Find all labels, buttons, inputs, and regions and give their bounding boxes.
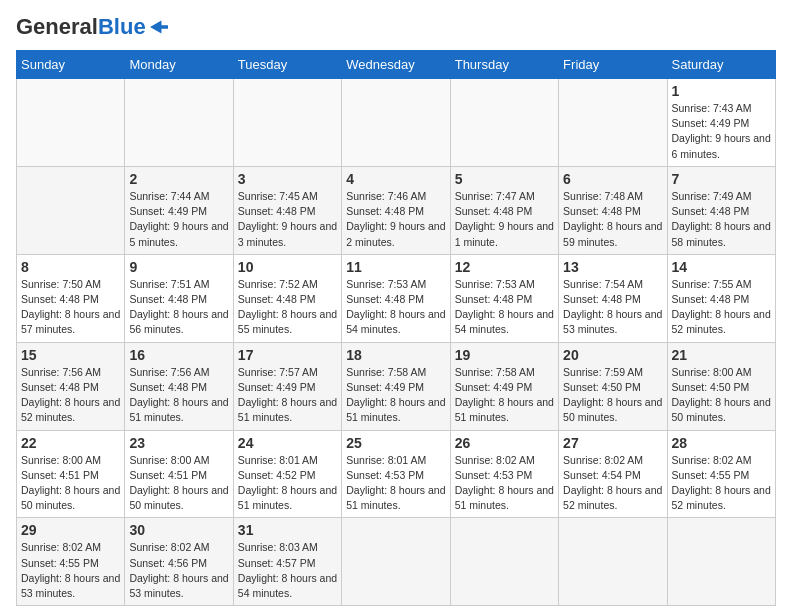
calendar-cell: [125, 79, 233, 167]
calendar-cell: [559, 518, 667, 606]
calendar-cell: [233, 79, 341, 167]
day-info: Sunrise: 7:45 AMSunset: 4:48 PMDaylight:…: [238, 189, 337, 250]
day-info: Sunrise: 8:02 AMSunset: 4:56 PMDaylight:…: [129, 540, 228, 601]
svg-marker-0: [150, 20, 168, 33]
day-info: Sunrise: 7:46 AMSunset: 4:48 PMDaylight:…: [346, 189, 445, 250]
calendar-cell: 18Sunrise: 7:58 AMSunset: 4:49 PMDayligh…: [342, 342, 450, 430]
day-info: Sunrise: 8:00 AMSunset: 4:51 PMDaylight:…: [21, 453, 120, 514]
calendar-cell: 22Sunrise: 8:00 AMSunset: 4:51 PMDayligh…: [17, 430, 125, 518]
calendar-cell: 25Sunrise: 8:01 AMSunset: 4:53 PMDayligh…: [342, 430, 450, 518]
calendar-cell: [342, 518, 450, 606]
day-number: 23: [129, 435, 228, 451]
calendar-cell: 17Sunrise: 7:57 AMSunset: 4:49 PMDayligh…: [233, 342, 341, 430]
day-info: Sunrise: 8:01 AMSunset: 4:52 PMDaylight:…: [238, 453, 337, 514]
day-info: Sunrise: 8:00 AMSunset: 4:51 PMDaylight:…: [129, 453, 228, 514]
calendar-cell: 16Sunrise: 7:56 AMSunset: 4:48 PMDayligh…: [125, 342, 233, 430]
calendar-cell: [450, 79, 558, 167]
logo-icon: [150, 20, 168, 34]
calendar-cell: 20Sunrise: 7:59 AMSunset: 4:50 PMDayligh…: [559, 342, 667, 430]
day-of-week-header: Monday: [125, 51, 233, 79]
day-number: 19: [455, 347, 554, 363]
day-number: 31: [238, 522, 337, 538]
day-info: Sunrise: 7:43 AMSunset: 4:49 PMDaylight:…: [672, 101, 771, 162]
calendar-cell: 12Sunrise: 7:53 AMSunset: 4:48 PMDayligh…: [450, 254, 558, 342]
day-number: 20: [563, 347, 662, 363]
calendar-cell: 7Sunrise: 7:49 AMSunset: 4:48 PMDaylight…: [667, 166, 775, 254]
day-of-week-header: Sunday: [17, 51, 125, 79]
day-of-week-header: Tuesday: [233, 51, 341, 79]
day-number: 7: [672, 171, 771, 187]
day-of-week-header: Thursday: [450, 51, 558, 79]
day-info: Sunrise: 7:51 AMSunset: 4:48 PMDaylight:…: [129, 277, 228, 338]
day-number: 14: [672, 259, 771, 275]
day-info: Sunrise: 7:52 AMSunset: 4:48 PMDaylight:…: [238, 277, 337, 338]
logo: GeneralBlue: [16, 16, 168, 38]
day-number: 25: [346, 435, 445, 451]
day-info: Sunrise: 7:47 AMSunset: 4:48 PMDaylight:…: [455, 189, 554, 250]
day-info: Sunrise: 8:00 AMSunset: 4:50 PMDaylight:…: [672, 365, 771, 426]
day-number: 26: [455, 435, 554, 451]
calendar-week-row: 8Sunrise: 7:50 AMSunset: 4:48 PMDaylight…: [17, 254, 776, 342]
calendar-cell: 4Sunrise: 7:46 AMSunset: 4:48 PMDaylight…: [342, 166, 450, 254]
calendar-cell: 13Sunrise: 7:54 AMSunset: 4:48 PMDayligh…: [559, 254, 667, 342]
calendar-body: 1Sunrise: 7:43 AMSunset: 4:49 PMDaylight…: [17, 79, 776, 606]
day-number: 6: [563, 171, 662, 187]
day-info: Sunrise: 8:01 AMSunset: 4:53 PMDaylight:…: [346, 453, 445, 514]
day-number: 8: [21, 259, 120, 275]
calendar-table: SundayMondayTuesdayWednesdayThursdayFrid…: [16, 50, 776, 606]
day-number: 4: [346, 171, 445, 187]
calendar-week-row: 15Sunrise: 7:56 AMSunset: 4:48 PMDayligh…: [17, 342, 776, 430]
day-number: 30: [129, 522, 228, 538]
day-info: Sunrise: 8:02 AMSunset: 4:55 PMDaylight:…: [21, 540, 120, 601]
calendar-cell: [17, 79, 125, 167]
day-number: 27: [563, 435, 662, 451]
calendar-cell: 2Sunrise: 7:44 AMSunset: 4:49 PMDaylight…: [125, 166, 233, 254]
day-number: 1: [672, 83, 771, 99]
day-info: Sunrise: 7:59 AMSunset: 4:50 PMDaylight:…: [563, 365, 662, 426]
days-of-week-header: SundayMondayTuesdayWednesdayThursdayFrid…: [17, 51, 776, 79]
day-info: Sunrise: 7:54 AMSunset: 4:48 PMDaylight:…: [563, 277, 662, 338]
day-number: 18: [346, 347, 445, 363]
calendar-cell: [17, 166, 125, 254]
calendar-cell: 11Sunrise: 7:53 AMSunset: 4:48 PMDayligh…: [342, 254, 450, 342]
calendar-cell: 21Sunrise: 8:00 AMSunset: 4:50 PMDayligh…: [667, 342, 775, 430]
calendar-cell: 29Sunrise: 8:02 AMSunset: 4:55 PMDayligh…: [17, 518, 125, 606]
day-info: Sunrise: 8:02 AMSunset: 4:55 PMDaylight:…: [672, 453, 771, 514]
calendar-cell: 26Sunrise: 8:02 AMSunset: 4:53 PMDayligh…: [450, 430, 558, 518]
calendar-cell: 3Sunrise: 7:45 AMSunset: 4:48 PMDaylight…: [233, 166, 341, 254]
day-info: Sunrise: 7:57 AMSunset: 4:49 PMDaylight:…: [238, 365, 337, 426]
day-of-week-header: Saturday: [667, 51, 775, 79]
calendar-cell: 8Sunrise: 7:50 AMSunset: 4:48 PMDaylight…: [17, 254, 125, 342]
day-info: Sunrise: 8:03 AMSunset: 4:57 PMDaylight:…: [238, 540, 337, 601]
calendar-cell: [667, 518, 775, 606]
day-number: 16: [129, 347, 228, 363]
day-number: 29: [21, 522, 120, 538]
day-number: 5: [455, 171, 554, 187]
day-info: Sunrise: 7:48 AMSunset: 4:48 PMDaylight:…: [563, 189, 662, 250]
calendar-cell: 30Sunrise: 8:02 AMSunset: 4:56 PMDayligh…: [125, 518, 233, 606]
calendar-cell: 28Sunrise: 8:02 AMSunset: 4:55 PMDayligh…: [667, 430, 775, 518]
day-info: Sunrise: 7:49 AMSunset: 4:48 PMDaylight:…: [672, 189, 771, 250]
calendar-cell: 24Sunrise: 8:01 AMSunset: 4:52 PMDayligh…: [233, 430, 341, 518]
calendar-week-row: 1Sunrise: 7:43 AMSunset: 4:49 PMDaylight…: [17, 79, 776, 167]
calendar-cell: [450, 518, 558, 606]
day-info: Sunrise: 7:55 AMSunset: 4:48 PMDaylight:…: [672, 277, 771, 338]
calendar-cell: 10Sunrise: 7:52 AMSunset: 4:48 PMDayligh…: [233, 254, 341, 342]
calendar-cell: 15Sunrise: 7:56 AMSunset: 4:48 PMDayligh…: [17, 342, 125, 430]
day-number: 2: [129, 171, 228, 187]
calendar-week-row: 29Sunrise: 8:02 AMSunset: 4:55 PMDayligh…: [17, 518, 776, 606]
calendar-cell: [342, 79, 450, 167]
calendar-cell: 31Sunrise: 8:03 AMSunset: 4:57 PMDayligh…: [233, 518, 341, 606]
day-info: Sunrise: 7:44 AMSunset: 4:49 PMDaylight:…: [129, 189, 228, 250]
day-number: 15: [21, 347, 120, 363]
calendar-cell: 6Sunrise: 7:48 AMSunset: 4:48 PMDaylight…: [559, 166, 667, 254]
day-info: Sunrise: 7:53 AMSunset: 4:48 PMDaylight:…: [455, 277, 554, 338]
day-of-week-header: Friday: [559, 51, 667, 79]
day-info: Sunrise: 7:50 AMSunset: 4:48 PMDaylight:…: [21, 277, 120, 338]
day-of-week-header: Wednesday: [342, 51, 450, 79]
calendar-week-row: 22Sunrise: 8:00 AMSunset: 4:51 PMDayligh…: [17, 430, 776, 518]
day-number: 21: [672, 347, 771, 363]
day-info: Sunrise: 7:56 AMSunset: 4:48 PMDaylight:…: [129, 365, 228, 426]
logo-text: GeneralBlue: [16, 16, 146, 38]
calendar-cell: 5Sunrise: 7:47 AMSunset: 4:48 PMDaylight…: [450, 166, 558, 254]
